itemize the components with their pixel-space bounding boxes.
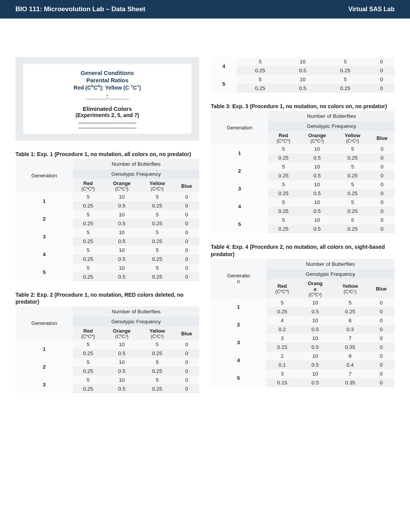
count-cell: 5 xyxy=(73,246,103,255)
eliminated-title: Eliminated Colors xyxy=(27,105,188,112)
num-butterflies-header: Number of Butterflies xyxy=(73,159,199,169)
freq-cell: 0 xyxy=(174,219,199,228)
count-cell: 5 xyxy=(268,216,298,224)
freq-cell: 0 xyxy=(369,84,395,93)
table2-continued: 4510500.250.50.2505510500.250.50.250 xyxy=(211,57,395,93)
freq-cell: 0 xyxy=(369,66,395,75)
count-cell: 3 xyxy=(266,369,298,378)
count-cell: 2 xyxy=(266,352,298,360)
freq-cell: 0.25 xyxy=(322,66,369,75)
eliminated-line-1 xyxy=(78,123,136,123)
freq-cell: 0.5 xyxy=(103,367,140,376)
count-cell: 5 xyxy=(141,376,174,384)
count-cell: 10 xyxy=(103,246,140,255)
count-cell: 5 xyxy=(336,198,369,207)
colhead-red-sub: (CᴿCᴿ) xyxy=(268,289,297,294)
freq-cell: 0.5 xyxy=(298,307,332,316)
count-cell: 5 xyxy=(336,144,369,153)
generation-label: 2 xyxy=(15,358,73,376)
freq-cell: 0 xyxy=(369,153,395,162)
freq-cell: 0 xyxy=(369,224,395,233)
freq-cell: 0.4 xyxy=(332,360,368,369)
colhead-orange-sub: (CᴿCʸ) xyxy=(105,334,139,339)
right-column: 4510500.250.50.2505510500.250.50.250 Tab… xyxy=(211,34,395,393)
colhead-yellow-sub: (CʸCʸ) xyxy=(334,289,366,294)
formula-cy: C xyxy=(133,85,137,91)
freq-cell: 0.25 xyxy=(268,207,298,216)
colhead-red-sub: (CᴿCᴿ) xyxy=(75,186,102,192)
count-cell: 0 xyxy=(369,180,395,189)
count-cell: 5 xyxy=(141,263,174,272)
count-cell: 5 xyxy=(73,228,103,237)
freq-cell: 0.25 xyxy=(237,66,283,75)
generation-label: 3 xyxy=(15,228,73,246)
freq-cell: 0.1 xyxy=(266,360,298,369)
genotypic-freq-header: Genotypic Frequency xyxy=(266,269,395,279)
conditions-subtitle: Parental Ratios xyxy=(27,77,188,83)
count-cell: 5 xyxy=(141,210,174,219)
freq-cell: 0.25 xyxy=(73,384,103,393)
freq-cell: 0.25 xyxy=(73,349,103,358)
colhead-blue: Blue xyxy=(369,131,395,144)
count-cell: 5 xyxy=(266,298,298,307)
colhead-red-sub: (CᴿCᴿ) xyxy=(75,334,102,339)
freq-cell: 0.5 xyxy=(298,360,332,369)
freq-cell: 0.5 xyxy=(103,272,140,281)
generation-rowhead: Generation xyxy=(15,159,73,192)
freq-cell: 0.25 xyxy=(141,255,174,263)
table4: Generatio nNumber of ButterfliesGenotypi… xyxy=(211,259,395,387)
freq-cell: 0.25 xyxy=(141,219,174,228)
count-cell: 10 xyxy=(298,216,335,224)
genotypic-freq-header: Genotypic Frequency xyxy=(268,121,395,131)
freq-cell: 0 xyxy=(369,171,395,180)
count-cell: 10 xyxy=(298,298,332,307)
num-butterflies-header: Number of Butterflies xyxy=(266,259,395,269)
count-cell: 5 xyxy=(336,180,369,189)
freq-cell: 0 xyxy=(369,207,395,216)
count-cell: 10 xyxy=(103,210,140,219)
count-cell: 5 xyxy=(268,162,298,171)
freq-cell: 0.25 xyxy=(73,367,103,376)
count-cell: 7 xyxy=(332,369,368,378)
count-cell: 10 xyxy=(103,192,140,201)
table2-title: Table 2: Exp. 2 (Procedure 1, no mutatio… xyxy=(15,291,199,306)
generation-label: 2 xyxy=(15,210,73,228)
colhead-red: Red(CᴿCᴿ) xyxy=(268,131,298,144)
freq-cell: 0.3 xyxy=(332,325,368,334)
header-title-left: BIO 111: Microevolution Lab – Data Sheet xyxy=(15,5,145,13)
count-cell: 5 xyxy=(141,228,174,237)
freq-cell: 0.25 xyxy=(141,349,174,358)
count-cell: 0 xyxy=(174,246,199,255)
count-cell: 5 xyxy=(336,216,369,224)
generation-rowhead: Generation xyxy=(211,111,268,144)
colhead-yellow-sub: (CʸCʸ) xyxy=(142,186,173,192)
freq-cell: 0.5 xyxy=(298,224,335,233)
colhead-orange-sub: (CᴿCʸ) xyxy=(105,186,139,192)
freq-cell: 0.25 xyxy=(141,384,174,393)
table4-title: Table 4: Exp. 4 (Procedure 2, no mutatio… xyxy=(211,243,395,258)
left-column: General Conditions Parental Ratios Red (… xyxy=(15,34,199,393)
count-cell: 5 xyxy=(73,376,103,384)
conditions-title: General Conditions xyxy=(27,70,188,76)
generation-label: 5 xyxy=(211,75,237,93)
count-cell: 10 xyxy=(103,228,140,237)
genotypic-freq-header: Genotypic Frequency xyxy=(73,317,199,326)
count-cell: 0 xyxy=(369,162,395,171)
freq-cell: 0.5 xyxy=(103,219,140,228)
generation-label: 5 xyxy=(211,369,266,387)
freq-cell: 0.5 xyxy=(298,207,335,216)
freq-cell: 0.25 xyxy=(332,307,368,316)
count-cell: 5 xyxy=(322,57,369,66)
freq-cell: 0 xyxy=(174,201,199,210)
count-cell: 3 xyxy=(266,334,298,343)
freq-cell: 0 xyxy=(368,307,395,316)
table1-title: Table 1: Exp. 1 (Procedure 1, no mutatio… xyxy=(15,151,199,158)
freq-cell: 0.25 xyxy=(268,189,298,198)
freq-cell: 0 xyxy=(174,237,199,246)
freq-cell: 0.25 xyxy=(268,153,298,162)
generation-label: 3 xyxy=(211,334,266,352)
freq-cell: 0 xyxy=(368,378,395,387)
freq-cell: 0 xyxy=(174,272,199,281)
count-cell: 0 xyxy=(368,352,395,360)
colhead-yellow: Yellow(CʸCʸ) xyxy=(141,326,174,340)
